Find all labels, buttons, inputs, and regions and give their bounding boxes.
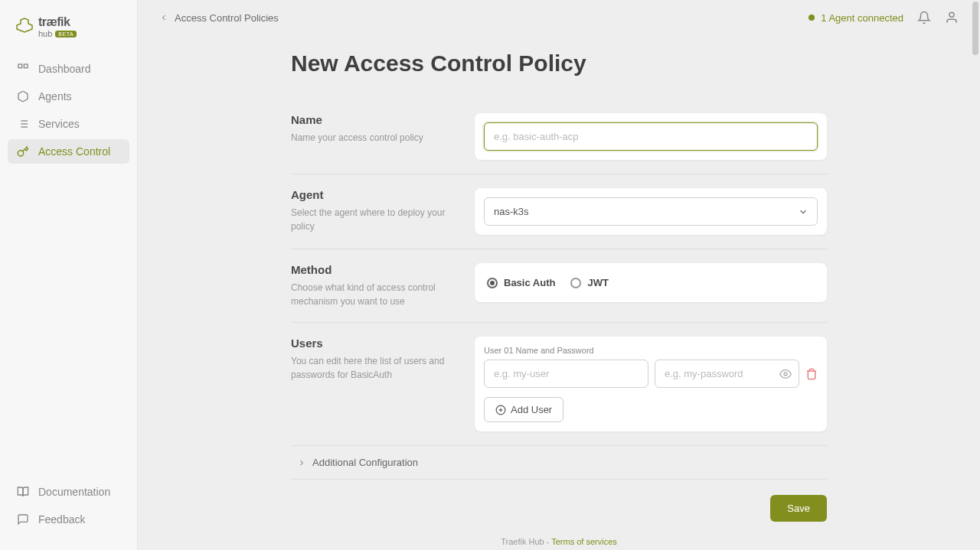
breadcrumb[interactable]: Access Control Policies <box>159 12 279 24</box>
key-icon <box>17 145 29 158</box>
method-radio-basic-auth[interactable]: Basic Auth <box>487 277 555 288</box>
name-title: Name <box>291 113 452 126</box>
chat-icon <box>17 513 29 526</box>
topbar: Access Control Policies 1 Agent connecte… <box>138 0 980 35</box>
nav-bottom: Documentation Feedback <box>0 474 137 541</box>
agent-title: Agent <box>291 188 452 201</box>
scrollbar[interactable] <box>972 2 978 55</box>
user-icon[interactable] <box>945 11 959 24</box>
user-name-input[interactable] <box>484 360 648 388</box>
chevron-right-icon <box>297 458 306 467</box>
sidebar-item-documentation[interactable]: Documentation <box>8 480 129 504</box>
name-input[interactable] <box>484 122 818 151</box>
trash-icon[interactable] <box>805 368 818 380</box>
brand-logo: træfik hubBETA <box>0 9 137 50</box>
plus-circle-icon <box>495 405 506 415</box>
topbar-right: 1 Agent connected <box>808 11 959 24</box>
brand-badge: BETA <box>55 31 77 37</box>
radio-label: Basic Auth <box>504 277 555 288</box>
add-user-label: Add User <box>511 404 552 415</box>
status-dot-icon <box>808 15 815 21</box>
svg-point-9 <box>784 373 787 376</box>
user-row-label: User 01 Name and Password <box>484 346 818 355</box>
sidebar-item-agents[interactable]: Agents <box>8 84 129 109</box>
sidebar-item-label: Feedback <box>38 513 85 526</box>
footer: Traefik Hub - Terms of services <box>291 537 827 546</box>
footer-link[interactable]: Terms of services <box>551 537 617 546</box>
section-agent: Agent Select the agent where to deploy y… <box>291 174 827 249</box>
sidebar-item-label: Services <box>38 118 80 130</box>
agent-status: 1 Agent connected <box>808 12 903 24</box>
add-user-button[interactable]: Add User <box>484 397 564 422</box>
sidebar-item-label: Agents <box>38 90 72 103</box>
nav-main: Dashboard Agents Services Access Control <box>0 50 137 474</box>
services-icon <box>17 118 29 130</box>
sidebar-item-label: Documentation <box>38 486 110 498</box>
name-desc: Name your access control policy <box>291 131 452 145</box>
page-title: New Access Control Policy <box>291 50 827 76</box>
breadcrumb-label: Access Control Policies <box>175 12 279 24</box>
dashboard-icon <box>17 63 29 75</box>
additional-config-toggle[interactable]: Additional Configuration <box>291 445 827 480</box>
sidebar-item-feedback[interactable]: Feedback <box>8 507 129 532</box>
agent-select[interactable]: nas-k3s <box>484 197 818 226</box>
main: Access Control Policies 1 Agent connecte… <box>138 0 980 550</box>
radio-icon <box>487 278 498 288</box>
users-desc: You can edit here the list of users and … <box>291 354 452 382</box>
bell-icon[interactable] <box>917 11 931 24</box>
section-users: Users You can edit here the list of user… <box>291 323 827 445</box>
eye-icon[interactable] <box>779 368 792 380</box>
sidebar-item-dashboard[interactable]: Dashboard <box>8 57 129 81</box>
footer-text: Traefik Hub <box>501 537 544 546</box>
user-password-input[interactable] <box>655 360 799 388</box>
agents-icon <box>17 90 29 103</box>
radio-icon <box>570 278 581 288</box>
chevron-left-icon <box>159 13 168 22</box>
sidebar-item-access-control[interactable]: Access Control <box>8 139 129 164</box>
book-icon <box>17 486 29 498</box>
method-title: Method <box>291 263 452 276</box>
sidebar-item-label: Dashboard <box>38 63 91 75</box>
method-desc: Choose what kind of access control mecha… <box>291 281 452 308</box>
sidebar: træfik hubBETA Dashboard Agents Services… <box>0 0 138 550</box>
content: New Access Control Policy Name Name your… <box>291 35 827 550</box>
section-method: Method Choose what kind of access contro… <box>291 249 827 323</box>
users-title: Users <box>291 337 452 350</box>
svg-rect-1 <box>24 64 28 68</box>
svg-rect-0 <box>18 64 22 68</box>
svg-point-8 <box>949 12 954 17</box>
footer-sep: - <box>544 537 552 546</box>
brand-name: træfik <box>38 15 70 29</box>
logo-icon <box>15 18 34 36</box>
sidebar-item-label: Access Control <box>38 145 110 158</box>
method-radio-jwt[interactable]: JWT <box>570 277 608 288</box>
section-name: Name Name your access control policy <box>291 99 827 174</box>
status-text: 1 Agent connected <box>821 12 903 24</box>
agent-desc: Select the agent where to deploy your po… <box>291 206 452 233</box>
sidebar-item-services[interactable]: Services <box>8 112 129 136</box>
radio-label: JWT <box>587 277 608 288</box>
additional-config-label: Additional Configuration <box>312 457 418 468</box>
brand-sub: hub <box>38 29 52 38</box>
save-button[interactable]: Save <box>770 495 827 522</box>
